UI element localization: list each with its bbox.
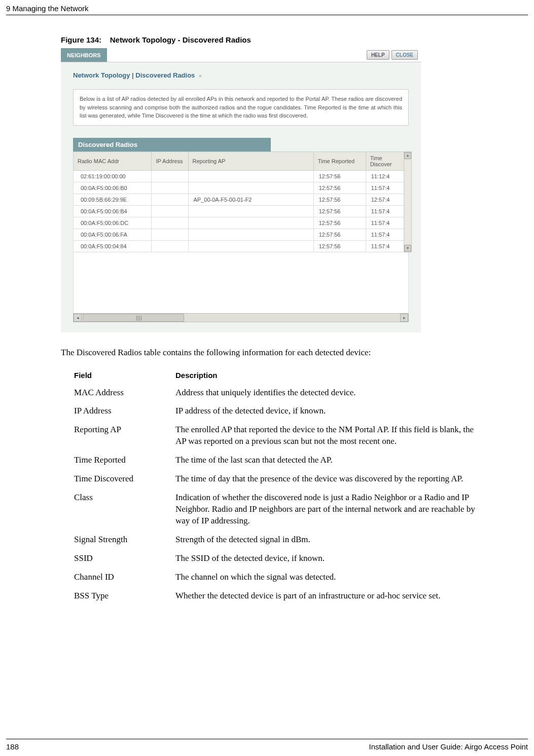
field-name: Signal Strength	[71, 531, 172, 549]
field-desc: Whether the detected device is part of a…	[172, 587, 487, 606]
breadcrumb: Network Topology | Discovered Radios »	[61, 62, 421, 84]
field-name: Time Reported	[71, 451, 172, 470]
app-topbar: NEIGHBORS HELP CLOSE	[61, 48, 421, 62]
scrollbar-grip-icon	[136, 316, 141, 321]
field-name: Class	[71, 488, 172, 531]
cell-mac: 00:0A:F5:00:04:84	[74, 240, 152, 252]
horizontal-scrollbar[interactable]: ◂ ▸	[73, 313, 409, 322]
scroll-down-icon[interactable]: ▾	[404, 245, 411, 252]
field-row: BSS TypeWhether the detected device is p…	[71, 587, 487, 606]
tab-neighbors[interactable]: NEIGHBORS	[61, 48, 107, 62]
vertical-scrollbar[interactable]: ▴ ▾	[404, 152, 412, 252]
col-ap[interactable]: Reporting AP	[188, 152, 313, 170]
table-empty-area	[73, 252, 409, 313]
field-row: Time DiscoveredThe time of day that the …	[71, 470, 487, 488]
cell-ip	[152, 229, 188, 240]
table-row[interactable]: 00:09:5B:66:29:9EAP_00-0A-F5-00-01-F212:…	[74, 194, 408, 205]
discovered-radios-table: Radio MAC Addr IP Address Reporting AP T…	[73, 152, 408, 252]
cell-td: 11:57:4	[366, 205, 407, 217]
intro-paragraph: The Discovered Radios table contains the…	[61, 348, 534, 358]
field-row: IP AddressIP address of the detected dev…	[71, 402, 487, 421]
cell-ip	[152, 182, 188, 194]
info-text: Below is a list of AP radios detected by…	[80, 95, 402, 120]
field-row: MAC AddressAddress that uniquely identif…	[71, 384, 487, 402]
field-desc: The time of day that the presence of the…	[172, 470, 487, 488]
field-name: Channel ID	[71, 568, 172, 587]
cell-tr: 12:57:56	[313, 182, 366, 194]
field-desc: The time of the last scan that detected …	[172, 451, 487, 470]
field-desc: The channel on which the signal was dete…	[172, 568, 487, 587]
header-rule	[6, 15, 528, 15]
field-table-header: Field Description	[71, 367, 487, 384]
field-description-table: Field Description MAC AddressAddress tha…	[71, 367, 487, 606]
table-row[interactable]: 00:0A:F5:00:06:B012:57:5611:57:4	[74, 182, 408, 194]
col-time-reported[interactable]: Time Reported	[313, 152, 366, 170]
footer-row: 188 Installation and User Guide: Airgo A…	[6, 742, 528, 751]
field-row: ClassIndication of whether the discovere…	[71, 488, 487, 531]
field-name: Reporting AP	[71, 421, 172, 451]
col-ip[interactable]: IP Address	[152, 152, 188, 170]
cell-ap: AP_00-0A-F5-00-01-F2	[188, 194, 313, 205]
field-desc: Address that uniquely identifies the det…	[172, 384, 487, 402]
scroll-left-icon[interactable]: ◂	[74, 314, 82, 322]
figure-caption: Figure 134: Network Topology - Discovere…	[61, 35, 534, 44]
footer-rule	[6, 739, 528, 739]
cell-ap	[188, 205, 313, 217]
field-name: MAC Address	[71, 384, 172, 402]
cell-tr: 12:57:56	[313, 240, 366, 252]
table-row[interactable]: 00:0A:F5:00:06:B412:57:5611:57:4	[74, 205, 408, 217]
cell-tr: 12:57:56	[313, 170, 366, 182]
cell-ip	[152, 217, 188, 229]
cell-tr: 12:57:56	[313, 205, 366, 217]
field-desc: Strength of the detected signal in dBm.	[172, 531, 487, 549]
field-name: IP Address	[71, 402, 172, 421]
cell-ip	[152, 240, 188, 252]
breadcrumb-text: Network Topology | Discovered Radios	[73, 71, 195, 79]
cell-tr: 12:57:56	[313, 229, 366, 240]
table-row[interactable]: 02:61:19:00:00:0012:57:5611:12:4	[74, 170, 408, 182]
page-header: 9 Managing the Network	[0, 0, 534, 15]
field-header-name: Field	[71, 367, 172, 384]
col-time-discovered[interactable]: Time Discover	[366, 152, 407, 170]
help-button[interactable]: HELP	[367, 50, 389, 60]
cell-tr: 12:57:56	[313, 194, 366, 205]
cell-ap	[188, 217, 313, 229]
cell-ap	[188, 240, 313, 252]
cell-td: 11:57:4	[366, 229, 407, 240]
scroll-right-icon[interactable]: ▸	[400, 314, 408, 322]
topbar-buttons: HELP CLOSE	[367, 50, 421, 60]
cell-mac: 00:09:5B:66:29:9E	[74, 194, 152, 205]
cell-mac: 00:0A:F5:00:06:DC	[74, 217, 152, 229]
table-row[interactable]: 00:0A:F5:00:06:FA12:57:5611:57:4	[74, 229, 408, 240]
table-row[interactable]: 00:0A:F5:00:06:DC12:57:5611:57:4	[74, 217, 408, 229]
field-row: Channel IDThe channel on which the signa…	[71, 568, 487, 587]
scroll-up-icon[interactable]: ▴	[404, 152, 411, 159]
cell-ap	[188, 182, 313, 194]
close-button[interactable]: CLOSE	[391, 50, 418, 60]
cell-mac: 00:0A:F5:00:06:FA	[74, 229, 152, 240]
cell-mac: 00:0A:F5:00:06:B0	[74, 182, 152, 194]
field-desc: IP address of the detected device, if kn…	[172, 402, 487, 421]
cell-mac: 00:0A:F5:00:06:B4	[74, 205, 152, 217]
page-number: 188	[6, 742, 19, 751]
table-row[interactable]: 00:0A:F5:00:04:8412:57:5611:57:4	[74, 240, 408, 252]
cell-ap	[188, 229, 313, 240]
field-desc: Indication of whether the discovered nod…	[172, 488, 487, 531]
section-header: Discovered Radios	[73, 138, 271, 152]
doc-title: Installation and User Guide: Airgo Acces…	[369, 742, 528, 751]
col-mac[interactable]: Radio MAC Addr	[74, 152, 152, 170]
figure-title: Network Topology - Discovered Radios	[110, 35, 251, 44]
field-row: SSIDThe SSID of the detected device, if …	[71, 549, 487, 568]
cell-ap	[188, 170, 313, 182]
scrollbar-thumb[interactable]	[83, 314, 184, 322]
table-header-row: Radio MAC Addr IP Address Reporting AP T…	[74, 152, 408, 170]
field-row: Time ReportedThe time of the last scan t…	[71, 451, 487, 470]
cell-td: 11:57:4	[366, 217, 407, 229]
breadcrumb-arrow-icon: »	[199, 73, 202, 79]
data-table-wrapper: Radio MAC Addr IP Address Reporting AP T…	[73, 152, 409, 252]
cell-td: 11:57:4	[366, 182, 407, 194]
cell-td: 12:57:4	[366, 194, 407, 205]
screenshot-container: NEIGHBORS HELP CLOSE Network Topology | …	[61, 48, 421, 332]
cell-td: 11:57:4	[366, 240, 407, 252]
cell-ip	[152, 194, 188, 205]
